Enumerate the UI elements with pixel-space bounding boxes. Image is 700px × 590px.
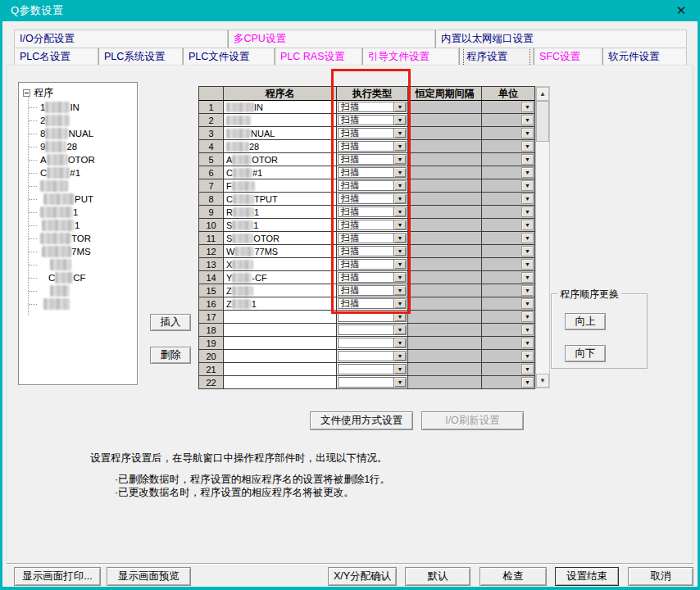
row-number-cell[interactable]: 10 <box>199 219 224 232</box>
dropdown-arrow-icon[interactable]: ▼ <box>521 154 534 165</box>
program-name-cell[interactable]: 28 <box>224 140 337 153</box>
program-name-cell[interactable]: Y-CF <box>224 271 337 284</box>
scroll-down-icon[interactable]: ▼ <box>536 374 549 388</box>
bottom-button-1[interactable]: 显示画面预览 <box>107 567 191 586</box>
row-number-cell[interactable]: 3 <box>199 127 224 140</box>
row-number-cell[interactable]: 4 <box>199 140 224 153</box>
tree-item[interactable]: TOR <box>19 232 138 245</box>
program-name-cell[interactable]: AOTOR <box>224 153 337 166</box>
program-name-cell[interactable]: CTPUT <box>224 193 337 206</box>
program-name-cell[interactable] <box>224 376 337 389</box>
program-name-cell[interactable]: F <box>224 179 337 193</box>
tab-lower-0[interactable]: PLC名设置 <box>14 48 98 66</box>
row-number-cell[interactable]: 16 <box>199 297 224 311</box>
file-usage-button[interactable]: 文件使用方式设置 <box>310 411 413 430</box>
exec-type-dropdown[interactable]: ▼ <box>338 377 407 388</box>
tree-item[interactable]: 1 <box>19 206 138 219</box>
program-name-cell[interactable]: W77MS <box>224 245 337 258</box>
dropdown-arrow-icon[interactable]: ▼ <box>521 364 534 374</box>
row-number-cell[interactable]: 1 <box>199 101 224 114</box>
dropdown-arrow-icon[interactable]: ▼ <box>521 285 534 296</box>
program-name-cell[interactable]: NUAL <box>224 127 337 140</box>
dropdown-arrow-icon[interactable]: ▼ <box>521 259 534 270</box>
dropdown-arrow-icon[interactable]: ▼ <box>521 272 534 283</box>
row-number-cell[interactable]: 19 <box>199 337 224 350</box>
scrollbar-thumb[interactable] <box>536 101 549 142</box>
row-number-cell[interactable]: 11 <box>199 232 224 245</box>
bottom-button-3[interactable]: 默认 <box>405 567 470 586</box>
program-name-cell[interactable]: Z <box>224 284 337 297</box>
tree-item[interactable]: 8NUAL <box>19 127 138 140</box>
tree-item[interactable]: C#1 <box>19 166 138 179</box>
program-name-cell[interactable] <box>224 114 337 127</box>
insert-button[interactable]: 插入 <box>150 314 191 331</box>
dropdown-arrow-icon[interactable]: ▼ <box>521 246 534 256</box>
tree-item[interactable]: 928 <box>19 140 138 153</box>
row-number-cell[interactable]: 14 <box>199 271 224 284</box>
row-number-cell[interactable]: 13 <box>199 258 224 271</box>
tab-upper-2[interactable]: 内置以太网端口设置 <box>435 30 687 48</box>
tree-item[interactable]: AOTOR <box>19 153 138 166</box>
move-up-button[interactable]: 向上 <box>565 313 606 330</box>
row-number-cell[interactable]: 21 <box>199 363 224 376</box>
dropdown-arrow-icon[interactable]: ▼ <box>521 298 534 309</box>
close-icon[interactable]: ✕ <box>674 3 689 18</box>
scroll-up-icon[interactable]: ▲ <box>536 87 549 101</box>
bottom-button-0[interactable]: 显示画面打印... <box>14 567 101 586</box>
dropdown-arrow-icon[interactable]: ▼ <box>521 180 534 191</box>
dropdown-arrow-icon[interactable]: ▼ <box>521 128 534 138</box>
program-name-cell[interactable]: IN <box>224 101 337 114</box>
program-name-cell[interactable]: C#1 <box>224 166 337 179</box>
tab-lower-2[interactable]: PLC文件设置 <box>183 48 275 66</box>
dropdown-arrow-icon[interactable]: ▼ <box>521 220 534 230</box>
dropdown-arrow-icon[interactable]: ▼ <box>393 325 406 334</box>
bottom-button-6[interactable]: 取消 <box>628 567 693 586</box>
row-number-cell[interactable]: 22 <box>199 376 224 389</box>
program-name-cell[interactable] <box>224 337 337 350</box>
tab-lower-7[interactable]: 软元件设置 <box>602 48 687 66</box>
exec-type-dropdown[interactable]: ▼ <box>338 338 407 348</box>
program-name-cell[interactable]: Z1 <box>224 297 337 311</box>
row-number-cell[interactable]: 17 <box>199 311 224 324</box>
row-number-cell[interactable]: 12 <box>199 245 224 258</box>
program-name-cell[interactable]: R1 <box>224 206 337 219</box>
row-number-cell[interactable]: 2 <box>199 114 224 127</box>
dropdown-arrow-icon[interactable]: ▼ <box>521 206 534 217</box>
tab-lower-1[interactable]: PLC系统设置 <box>98 48 183 66</box>
bottom-button-5[interactable]: 设置结束 <box>555 567 619 586</box>
tab-lower-5[interactable]: 程序设置 <box>459 48 534 66</box>
dropdown-arrow-icon[interactable]: ▼ <box>521 377 534 388</box>
tree-item[interactable] <box>19 297 138 311</box>
tree-collapse-icon[interactable] <box>23 89 30 97</box>
dropdown-arrow-icon[interactable]: ▼ <box>521 311 534 322</box>
tab-upper-0[interactable]: I/O分配设置 <box>14 30 228 48</box>
row-number-cell[interactable]: 6 <box>199 166 224 179</box>
dropdown-arrow-icon[interactable]: ▼ <box>393 378 406 387</box>
program-name-cell[interactable]: SOTOR <box>224 232 337 245</box>
tree-item[interactable] <box>19 258 138 271</box>
program-name-cell[interactable] <box>224 324 337 337</box>
dropdown-arrow-icon[interactable]: ▼ <box>521 193 534 204</box>
exec-type-dropdown[interactable]: ▼ <box>338 364 407 374</box>
tab-upper-1[interactable]: 多CPU设置 <box>228 30 435 48</box>
dropdown-arrow-icon[interactable]: ▼ <box>393 352 406 361</box>
bottom-button-2[interactable]: X/Y分配确认 <box>328 567 397 586</box>
move-down-button[interactable]: 向下 <box>565 345 606 362</box>
tree-item[interactable]: PUT <box>19 193 138 206</box>
dropdown-arrow-icon[interactable]: ▼ <box>521 351 534 361</box>
row-number-cell[interactable]: 15 <box>199 284 224 297</box>
dropdown-arrow-icon[interactable]: ▼ <box>521 324 534 335</box>
dropdown-arrow-icon[interactable]: ▼ <box>521 338 534 348</box>
tree-item[interactable]: CCF <box>19 271 138 284</box>
dropdown-arrow-icon[interactable]: ▼ <box>393 365 406 374</box>
dropdown-arrow-icon[interactable]: ▼ <box>521 167 534 178</box>
row-number-cell[interactable]: 5 <box>199 153 224 166</box>
tree-item[interactable]: 2 <box>19 114 138 127</box>
program-name-cell[interactable]: X <box>224 258 337 271</box>
dropdown-arrow-icon[interactable]: ▼ <box>521 115 534 125</box>
tree-item[interactable] <box>19 284 138 297</box>
dropdown-arrow-icon[interactable]: ▼ <box>521 233 534 243</box>
row-number-cell[interactable]: 7 <box>199 179 224 193</box>
tree-item[interactable]: 7MS <box>19 245 138 258</box>
tab-lower-3[interactable]: PLC RAS设置 <box>275 48 362 66</box>
